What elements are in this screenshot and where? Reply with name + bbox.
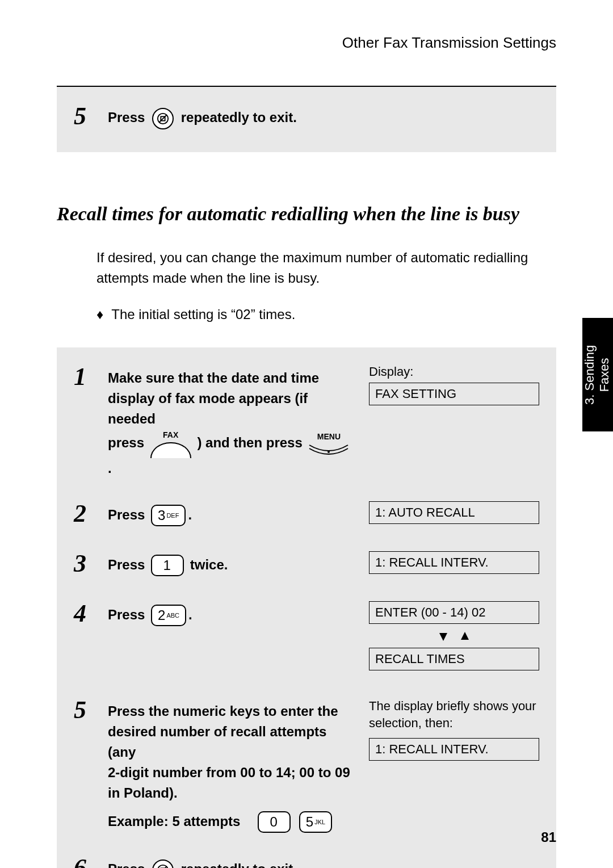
display-note: The display briefly shows your selection…	[369, 698, 539, 733]
step-number: 1	[74, 364, 108, 389]
step-number: 3	[74, 551, 108, 576]
display-box: ENTER (00 - 14) 02	[369, 601, 539, 624]
step-number: 4	[74, 601, 108, 626]
key-main: 2	[158, 605, 165, 626]
bullet-icon: ♦	[96, 304, 103, 325]
tab-line: Faxes	[598, 345, 612, 404]
numeric-key: 3DEF	[151, 505, 186, 526]
step-text: Press the numeric keys to enter the	[108, 701, 358, 722]
page-number: 81	[541, 829, 556, 845]
step-text: .	[188, 607, 192, 622]
step-text: .	[188, 507, 192, 522]
svg-marker-5	[461, 632, 469, 640]
key-main: 5	[306, 812, 313, 832]
page-header: Other Fax Transmission Settings	[57, 34, 556, 52]
tab-line: 3. Sending	[583, 345, 598, 404]
section-intro: If desired, you can change the maximum n…	[96, 248, 556, 288]
step-text: ) and then press	[197, 435, 302, 450]
step-number: 5	[74, 698, 108, 723]
step-text: Make sure that the date and time	[108, 368, 358, 388]
fax-key-icon: FAX	[150, 429, 191, 458]
key-sub: DEF	[166, 511, 179, 521]
key-sub: ABC	[166, 611, 179, 620]
step-text: 2-digit number from 00 to 14; 00 to 09	[108, 762, 358, 783]
stop-icon	[152, 108, 174, 129]
svg-marker-4	[439, 633, 447, 641]
numeric-key: 0	[258, 811, 291, 833]
step-text: desired number of recall attempts (any	[108, 722, 358, 762]
fax-key-label: FAX	[163, 429, 178, 441]
step-text: repeatedly to exit.	[181, 110, 297, 125]
display-box: 1: RECALL INTERV.	[369, 738, 539, 761]
step-text: Press	[108, 557, 145, 572]
step-text: twice.	[190, 557, 228, 572]
step-text: .	[108, 460, 112, 476]
menu-key-icon: MENU	[308, 431, 349, 456]
example-label: Example: 5 attempts	[108, 814, 240, 829]
step-box-top: 5 Press repeatedly to exit.	[57, 87, 556, 152]
numeric-key: 5JKL	[299, 811, 332, 833]
bullet-text: The initial setting is “02” times.	[111, 304, 295, 325]
key-main: 1	[163, 555, 170, 576]
display-box: FAX SETTING	[369, 383, 539, 405]
display-label: Display:	[369, 364, 539, 379]
display-box: RECALL TIMES	[369, 648, 539, 670]
step-text: display of fax mode appears (if needed	[108, 388, 358, 429]
key-main: 0	[270, 812, 277, 832]
menu-key-label: MENU	[317, 431, 341, 443]
step-text: Press	[108, 507, 145, 522]
step-text: Press	[108, 110, 145, 125]
step-number: 5	[74, 104, 108, 129]
section-title: Recall times for automatic redialling wh…	[57, 203, 556, 225]
svg-point-6	[158, 865, 168, 868]
step-text: press	[108, 435, 144, 450]
step-text: in Poland).	[108, 783, 358, 803]
stop-icon	[152, 859, 174, 868]
section-tab: 3. Sending Faxes	[582, 318, 613, 431]
step-text: repeatedly to exit.	[181, 861, 297, 868]
svg-point-3	[328, 451, 330, 453]
step-number: 6	[74, 856, 108, 868]
step-number: 2	[74, 501, 108, 526]
step-text: Press	[108, 607, 145, 622]
numeric-key: 1	[151, 555, 184, 576]
key-main: 3	[158, 505, 165, 526]
step-box-main: 1 Make sure that the date and time displ…	[57, 347, 556, 868]
display-box: 1: RECALL INTERV.	[369, 551, 539, 574]
arrow-row	[369, 628, 539, 643]
display-box: 1: AUTO RECALL	[369, 501, 539, 524]
key-sub: JKL	[314, 817, 325, 827]
numeric-key: 2ABC	[151, 605, 186, 626]
step-text: Press	[108, 861, 145, 868]
